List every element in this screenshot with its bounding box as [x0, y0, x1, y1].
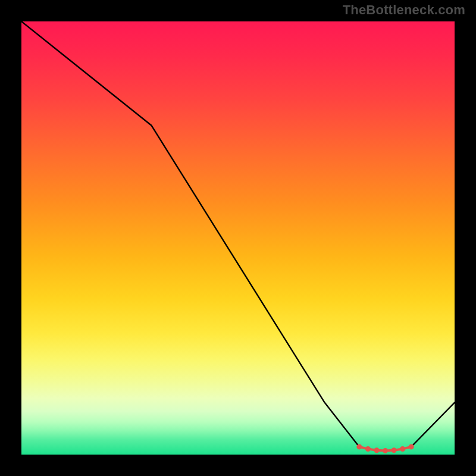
watermark-text: TheBottleneck.com: [343, 2, 465, 18]
curve-line: [21, 21, 455, 450]
marker-dot: [383, 448, 388, 453]
marker-dot: [365, 446, 371, 452]
marker-dot: [409, 444, 414, 449]
marker-dot: [356, 444, 362, 449]
marker-dot: [374, 447, 380, 453]
marker-dot: [392, 447, 397, 453]
plot-area: [21, 21, 455, 455]
chart-svg: [21, 21, 455, 455]
marker-dot: [400, 446, 405, 452]
chart-frame: TheBottleneck.com: [0, 0, 476, 476]
